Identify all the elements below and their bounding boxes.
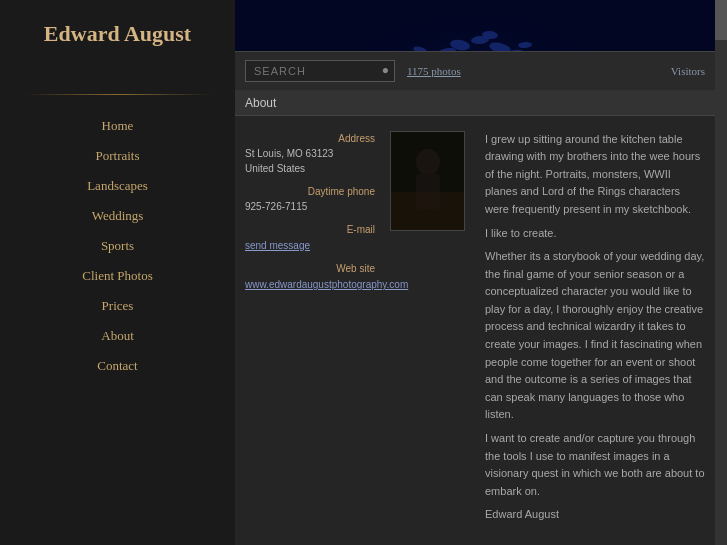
nav-item-about[interactable]: About — [0, 320, 235, 350]
nav-link-portraits[interactable]: Portraits — [95, 148, 139, 163]
about-content: Address St Louis, MO 63123 United States… — [235, 116, 715, 545]
about-address: Address St Louis, MO 63123 United States — [245, 131, 375, 176]
visitors-link[interactable]: Visitors — [671, 65, 705, 77]
sidebar-divider — [24, 94, 212, 95]
phone-value: 925-726-7115 — [245, 199, 375, 214]
bio-para-5: Edward August — [485, 506, 705, 524]
nav-link-home[interactable]: Home — [102, 118, 134, 133]
bio-para-2: I like to create. — [485, 225, 705, 243]
about-photo — [390, 131, 465, 231]
about-info-column: Address St Louis, MO 63123 United States… — [245, 131, 375, 530]
about-photo-column — [390, 131, 470, 530]
search-input-wrapper: ● — [245, 60, 395, 82]
hero-image — [235, 0, 715, 51]
svg-point-38 — [416, 149, 440, 175]
website-label: Web site — [245, 261, 375, 276]
nav-item-prices[interactable]: Prices — [0, 290, 235, 320]
nav-item-sports[interactable]: Sports — [0, 230, 235, 260]
content-area: ● 1175 photos Visitors About Address St … — [235, 0, 715, 545]
search-input[interactable] — [245, 60, 395, 82]
about-bio-column: I grew up sitting around the kitchen tab… — [485, 131, 705, 530]
bio-para-3: Whether its a storybook of your wedding … — [485, 248, 705, 424]
nav-link-about[interactable]: About — [101, 328, 134, 343]
photos-link[interactable]: 1175 photos — [407, 65, 461, 77]
nav-link-landscapes[interactable]: Landscapes — [87, 178, 148, 193]
nav-item-home[interactable]: Home — [0, 110, 235, 140]
bio-para-1: I grew up sitting around the kitchen tab… — [485, 131, 705, 219]
nav-menu: Home Portraits Landscapes Weddings Sport… — [0, 110, 235, 380]
bio-para-4: I want to create and/or capture you thro… — [485, 430, 705, 500]
search-bar-row: ● 1175 photos Visitors — [235, 51, 715, 91]
nav-link-contact[interactable]: Contact — [97, 358, 137, 373]
nav-item-client-photos[interactable]: Client Photos — [0, 260, 235, 290]
website-link[interactable]: www.edwardaugustphotography.com — [245, 279, 408, 290]
scrollbar-thumb[interactable] — [715, 0, 727, 40]
svg-rect-40 — [391, 192, 465, 231]
nav-item-contact[interactable]: Contact — [0, 350, 235, 380]
nav-link-weddings[interactable]: Weddings — [92, 208, 144, 223]
sidebar: Edward August Home Portraits Landscapes … — [0, 0, 235, 545]
about-website: Web site www.edwardaugustphotography.com — [245, 261, 375, 293]
email-label: E-mail — [245, 222, 375, 237]
site-title: Edward August — [44, 20, 191, 49]
nav-item-weddings[interactable]: Weddings — [0, 200, 235, 230]
nav-item-landscapes[interactable]: Landscapes — [0, 170, 235, 200]
nav-link-sports[interactable]: Sports — [101, 238, 134, 253]
scrollbar[interactable] — [715, 0, 727, 545]
email-link[interactable]: send message — [245, 240, 310, 251]
address-label: Address — [245, 131, 375, 146]
hero-section — [235, 0, 715, 51]
main-layout: Edward August Home Portraits Landscapes … — [0, 0, 715, 545]
phone-label: Daytime phone — [245, 184, 375, 199]
nav-item-portraits[interactable]: Portraits — [0, 140, 235, 170]
nav-link-prices[interactable]: Prices — [102, 298, 134, 313]
address-line1: St Louis, MO 63123 — [245, 146, 375, 161]
svg-rect-36 — [235, 0, 715, 51]
about-section-header: About — [235, 91, 715, 116]
search-icon[interactable]: ● — [382, 63, 389, 78]
about-phone: Daytime phone 925-726-7115 — [245, 184, 375, 214]
about-section: About Address St Louis, MO 63123 United … — [235, 91, 715, 545]
address-line2: United States — [245, 161, 375, 176]
about-email: E-mail send message — [245, 222, 375, 254]
nav-link-client-photos[interactable]: Client Photos — [82, 268, 152, 283]
